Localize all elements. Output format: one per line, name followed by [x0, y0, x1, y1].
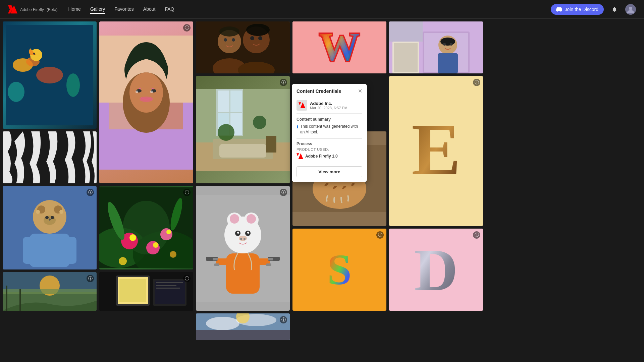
svg-point-4 — [629, 7, 632, 10]
gallery-image: W W — [292, 21, 386, 73]
gallery-grid: ⓘ ⓘ — [0, 19, 644, 362]
gallery-item-jungle[interactable]: ⓘ — [99, 186, 193, 269]
svg-point-77 — [258, 36, 262, 40]
svg-text:E: E — [412, 109, 461, 191]
gallery-item-portrait[interactable]: ⓘ — [99, 21, 193, 183]
navbar: Adobe Firefly (Beta) Home Gallery Favori… — [0, 0, 644, 19]
cc-view-more-button[interactable]: View more — [297, 166, 362, 177]
cc-product-logo-icon — [297, 153, 303, 160]
svg-point-103 — [239, 236, 247, 241]
cc-source-row: Adobe Inc. Mar 20, 2023, 6:57 PM — [297, 100, 362, 114]
brand-name: Adobe Firefly (Beta) — [20, 6, 58, 12]
svg-point-76 — [250, 36, 254, 40]
svg-point-27 — [36, 210, 40, 214]
gallery-image — [196, 313, 290, 340]
nav-favorites[interactable]: Favorites — [114, 5, 134, 14]
gallery-image — [99, 272, 193, 311]
gallery-item-room[interactable]: ⓘ — [196, 76, 290, 183]
info-button[interactable]: ⓘ — [280, 316, 287, 323]
user-avatar[interactable] — [625, 4, 636, 15]
svg-point-43 — [140, 97, 153, 102]
gallery-item-landscape[interactable]: ⓘ — [3, 272, 97, 311]
gallery-image — [3, 21, 97, 129]
cc-title: Content Credentials — [297, 88, 341, 94]
nav-gallery[interactable]: Gallery — [90, 5, 105, 14]
discord-button[interactable]: Join the Discord — [551, 4, 604, 15]
gallery-item-man[interactable] — [389, 21, 483, 73]
gallery-item-letter-e[interactable]: ⓘ E — [389, 76, 483, 226]
info-button[interactable]: ⓘ — [376, 231, 384, 239]
gallery-item-letter-w[interactable]: W W — [292, 21, 386, 73]
gallery-item-letter-d[interactable]: ⓘ D — [389, 229, 483, 311]
svg-point-21 — [45, 216, 49, 219]
info-button[interactable]: ⓘ — [280, 79, 287, 86]
gallery-image — [196, 76, 290, 183]
svg-text:D: D — [414, 236, 458, 303]
svg-point-117 — [206, 317, 239, 330]
svg-rect-113 — [214, 263, 219, 266]
nav-home[interactable]: Home — [68, 5, 81, 14]
gallery-item-couple[interactable] — [196, 21, 290, 73]
svg-rect-139 — [394, 43, 418, 72]
cc-scroll-area[interactable]: Adobe Inc. Mar 20, 2023, 6:57 PM Content… — [292, 97, 367, 163]
gallery-item-sky[interactable]: ⓘ — [196, 313, 290, 340]
svg-rect-26 — [63, 237, 76, 264]
cc-adobe-logo — [297, 100, 307, 111]
svg-point-75 — [232, 38, 235, 42]
cc-close-button[interactable]: ✕ — [358, 88, 362, 94]
svg-point-12 — [33, 53, 35, 55]
gallery-item-yarn[interactable]: ⓘ S — [292, 229, 386, 311]
svg-rect-111 — [213, 258, 218, 260]
info-button[interactable]: ⓘ — [87, 275, 94, 282]
svg-marker-145 — [300, 102, 305, 108]
nav-faq[interactable]: FAQ — [165, 5, 174, 14]
info-button[interactable]: ⓘ — [280, 189, 287, 196]
svg-rect-66 — [156, 282, 183, 283]
svg-point-28 — [59, 210, 63, 214]
svg-rect-63 — [119, 279, 146, 302]
cc-source-info: Adobe Inc. Mar 20, 2023, 6:57 PM — [310, 101, 347, 110]
svg-point-135 — [440, 38, 455, 46]
svg-rect-25 — [23, 237, 36, 264]
svg-point-104 — [240, 238, 242, 240]
svg-point-90 — [218, 124, 234, 141]
info-button[interactable]: ⓘ — [473, 79, 480, 86]
svg-rect-92 — [266, 136, 276, 153]
gallery-item-computer[interactable]: ⓘ — [99, 272, 193, 311]
info-button[interactable]: ⓘ — [87, 189, 94, 196]
gallery-item-mouse[interactable]: ⓘ — [196, 186, 290, 311]
nav-about[interactable]: About — [143, 5, 156, 14]
gallery-image — [99, 186, 193, 269]
gallery-item-ocean[interactable] — [3, 21, 97, 129]
jungle-image — [99, 187, 193, 268]
avatar-icon — [625, 4, 636, 15]
gallery-image — [3, 186, 97, 269]
svg-rect-33 — [6, 286, 7, 311]
svg-rect-89 — [219, 144, 266, 158]
cc-product-name: Adobe Firefly 1.0 — [305, 154, 338, 159]
gallery-image — [196, 21, 290, 73]
portrait-image — [99, 36, 193, 170]
cc-product-row: Adobe Firefly 1.0 — [297, 153, 362, 160]
cc-process-label: Process — [297, 141, 362, 146]
discord-icon — [556, 6, 562, 12]
info-button[interactable]: ⓘ — [183, 189, 191, 196]
svg-point-9 — [8, 82, 24, 102]
info-button[interactable]: ⓘ — [183, 24, 191, 32]
svg-point-98 — [247, 214, 256, 224]
mouse-image — [196, 195, 290, 302]
zebra-image — [3, 131, 97, 183]
svg-point-54 — [160, 228, 172, 240]
svg-rect-67 — [156, 285, 176, 286]
gallery-image: E — [389, 76, 483, 226]
info-button[interactable]: ⓘ — [473, 231, 480, 239]
notifications-button[interactable] — [609, 4, 620, 15]
content-credentials-panel: Content Credentials ✕ Adobe Inc. Mar 20,… — [292, 84, 367, 182]
info-button[interactable]: ⓘ — [183, 275, 191, 282]
cc-source-name: Adobe Inc. — [310, 101, 347, 106]
svg-point-105 — [244, 238, 246, 240]
gallery-image — [389, 21, 483, 73]
gallery-item-zebra[interactable] — [3, 131, 97, 183]
brand-logo[interactable]: Adobe Firefly (Beta) — [8, 5, 58, 14]
gallery-item-bear[interactable]: ⓘ — [3, 186, 97, 269]
